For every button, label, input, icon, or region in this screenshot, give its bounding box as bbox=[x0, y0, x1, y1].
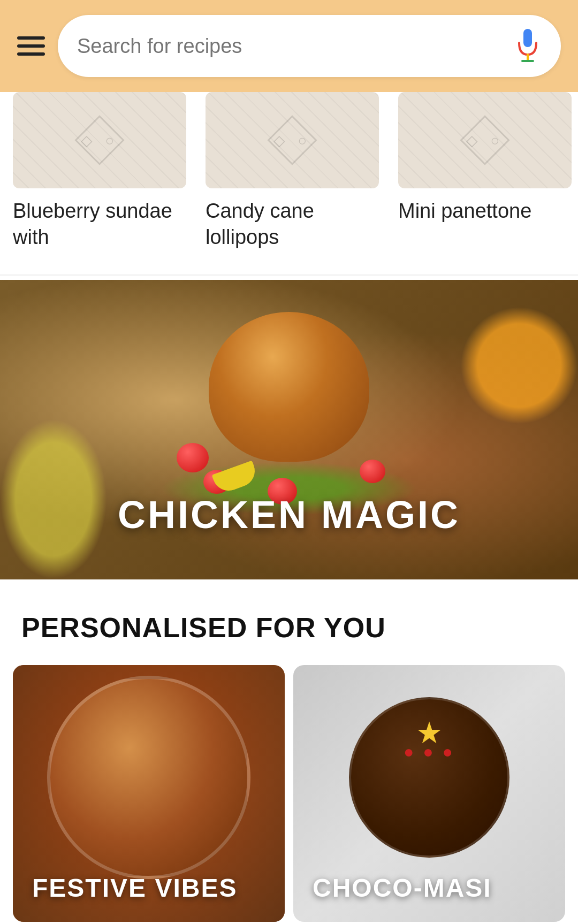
personalised-cards-row: FESTIVE VIBES ★ ● ● ● CHOCO-MASI bbox=[0, 665, 578, 922]
section-divider bbox=[0, 274, 578, 276]
recipe-card-image-candy bbox=[206, 92, 379, 188]
svg-rect-0 bbox=[523, 29, 532, 47]
hamburger-line-3 bbox=[17, 52, 45, 56]
recipe-card-title-panettone: Mini panettone bbox=[398, 198, 572, 224]
tomato-decoration-4 bbox=[360, 460, 385, 483]
recipe-card-blueberry[interactable]: Blueberry sundae with bbox=[0, 92, 193, 270]
personalised-section-title: PERSONALISED FOR YOU bbox=[0, 612, 578, 644]
chicken-body bbox=[209, 312, 369, 462]
tomato-decoration-1 bbox=[177, 443, 209, 472]
recipe-card-image-blueberry bbox=[13, 92, 186, 188]
recipe-card-title-blueberry: Blueberry sundae with bbox=[13, 198, 186, 251]
choco-masi-label: CHOCO-MASI bbox=[313, 873, 492, 903]
festive-plate-decoration bbox=[47, 676, 250, 879]
recipe-card-pattern-3 bbox=[398, 92, 572, 188]
app-header bbox=[0, 0, 578, 92]
festive-vibes-card[interactable]: FESTIVE VIBES bbox=[13, 665, 285, 922]
hamburger-line-1 bbox=[17, 36, 45, 40]
recipe-card-panettone[interactable]: Mini panettone bbox=[385, 92, 578, 270]
personalised-section: PERSONALISED FOR YOU FESTIVE VIBES ★ ● ●… bbox=[0, 579, 578, 924]
recipe-card-candy-cane[interactable]: Candy cane lollipops bbox=[193, 92, 385, 270]
hamburger-line-2 bbox=[17, 44, 45, 48]
recipe-card-image-panettone bbox=[398, 92, 572, 188]
recipe-cards-row: Blueberry sundae with Candy cane lollipo… bbox=[0, 92, 578, 270]
chicken-magic-banner[interactable]: CHICKEN MAGIC bbox=[0, 280, 578, 579]
banner-orange-decoration bbox=[460, 307, 578, 424]
search-input[interactable] bbox=[77, 35, 514, 58]
recipe-card-pattern bbox=[13, 92, 186, 188]
choco-bowl-decoration: ★ ● ● ● bbox=[349, 697, 509, 858]
search-bar-container[interactable] bbox=[58, 15, 561, 77]
festive-vibes-label: FESTIVE VIBES bbox=[32, 873, 237, 903]
choco-masi-card[interactable]: ★ ● ● ● CHOCO-MASI bbox=[293, 665, 565, 922]
microphone-icon[interactable] bbox=[514, 27, 542, 65]
banner-chicken-visual bbox=[161, 312, 417, 515]
recipe-card-title-candy: Candy cane lollipops bbox=[206, 198, 379, 251]
chicken-magic-title: CHICKEN MAGIC bbox=[118, 493, 460, 537]
banner-lemon-decoration bbox=[0, 419, 107, 579]
choco-fruits-decoration: ● ● ● bbox=[404, 742, 455, 762]
recipe-card-pattern-2 bbox=[206, 92, 379, 188]
hamburger-menu-button[interactable] bbox=[17, 36, 45, 56]
